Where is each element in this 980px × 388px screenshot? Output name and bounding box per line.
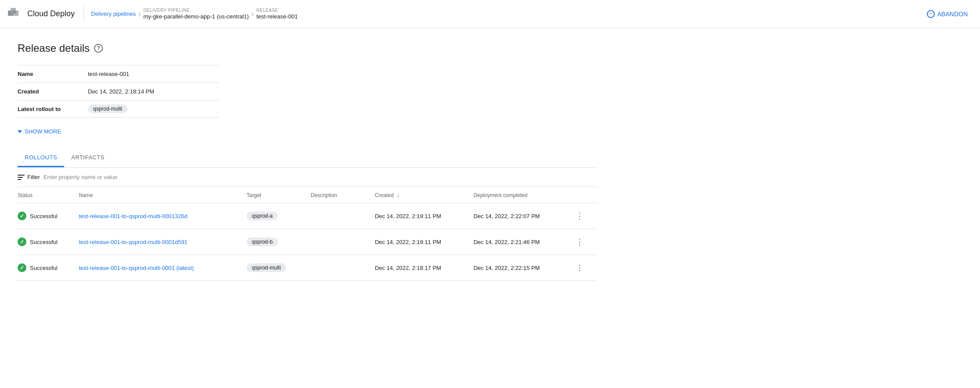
release-section-label: RELEASE bbox=[256, 8, 298, 13]
detail-created-key: Created bbox=[18, 88, 88, 95]
cell-description-2 bbox=[304, 255, 368, 281]
main-content: Release details ? Name test-release-001 … bbox=[0, 28, 615, 295]
rollout-link-2[interactable]: test-release-001-to-qsprod-multi-0001 (l… bbox=[79, 265, 194, 271]
col-header-actions bbox=[565, 187, 598, 203]
target-chip-2: qsprod-multi bbox=[247, 263, 286, 272]
svg-rect-2 bbox=[13, 11, 18, 16]
col-header-deployment-completed: Deployment completed bbox=[466, 187, 565, 203]
table-header: Status Name Target Description Created ↓… bbox=[18, 187, 598, 203]
abandon-label: ABANDON bbox=[937, 11, 968, 18]
details-table: Name test-release-001 Created Dec 14, 20… bbox=[18, 65, 220, 118]
detail-name-key: Name bbox=[18, 71, 88, 77]
rollout-link-1[interactable]: test-release-001-to-qsprod-multi-0001d59… bbox=[79, 239, 187, 245]
filter-input[interactable] bbox=[44, 174, 598, 180]
breadcrumb-sep-2: › bbox=[251, 10, 254, 18]
cell-created-1: Dec 14, 2022, 2:19:11 PM bbox=[368, 229, 466, 255]
cell-deployed-1: Dec 14, 2022, 2:21:46 PM bbox=[466, 229, 565, 255]
success-icon-2 bbox=[18, 263, 26, 272]
chevron-down-icon bbox=[18, 130, 22, 133]
more-options-button-0[interactable]: ⋮ bbox=[572, 209, 587, 223]
latest-rollout-chip: qsprod-multi bbox=[88, 104, 127, 113]
cell-name-1: test-release-001-to-qsprod-multi-0001d59… bbox=[72, 229, 240, 255]
filter-icon: Filter bbox=[18, 174, 40, 180]
brand-name: Cloud Deploy bbox=[27, 9, 75, 18]
target-chip-0: qsprod-a bbox=[247, 212, 278, 220]
cell-actions-2: ⋮ bbox=[565, 255, 598, 281]
more-options-button-2[interactable]: ⋮ bbox=[572, 261, 587, 274]
cell-deployed-2: Dec 14, 2022, 2:22:15 PM bbox=[466, 255, 565, 281]
col-header-status: Status bbox=[18, 187, 72, 203]
rollouts-table: Status Name Target Description Created ↓… bbox=[18, 187, 598, 281]
table-body: Successful test-release-001-to-qsprod-mu… bbox=[18, 203, 598, 281]
detail-latest-rollout-key: Latest rollout to bbox=[18, 106, 88, 112]
cell-description-0 bbox=[304, 203, 368, 229]
release-name: test-release-001 bbox=[256, 13, 298, 20]
cell-created-0: Dec 14, 2022, 2:19:11 PM bbox=[368, 203, 466, 229]
target-chip-1: qsprod-b bbox=[247, 237, 278, 246]
filter-line-3 bbox=[18, 179, 21, 180]
filter-line-2 bbox=[18, 177, 23, 178]
breadcrumb-sep-1: › bbox=[138, 10, 141, 18]
success-icon-1 bbox=[18, 237, 26, 246]
col-header-created[interactable]: Created ↓ bbox=[368, 187, 466, 203]
pipeline-name: my-gke-parallel-demo-app-1 (us-central1) bbox=[143, 13, 249, 20]
page-title: Release details bbox=[18, 42, 90, 54]
status-cell-0: Successful bbox=[18, 212, 65, 220]
table-row: Successful test-release-001-to-qsprod-mu… bbox=[18, 203, 598, 229]
release-section: RELEASE test-release-001 bbox=[256, 8, 298, 20]
show-more-label: SHOW MORE bbox=[25, 128, 61, 135]
status-text-1: Successful bbox=[30, 239, 58, 245]
cell-deployed-0: Dec 14, 2022, 2:22:07 PM bbox=[466, 203, 565, 229]
delivery-pipelines-link[interactable]: Delivery pipelines bbox=[91, 11, 136, 17]
cell-created-2: Dec 14, 2022, 2:18:17 PM bbox=[368, 255, 466, 281]
filter-label: Filter bbox=[27, 174, 40, 180]
show-more-button[interactable]: SHOW MORE bbox=[18, 126, 61, 137]
filter-row: Filter bbox=[18, 168, 598, 187]
col-header-target: Target bbox=[240, 187, 304, 203]
status-cell-2: Successful bbox=[18, 263, 65, 272]
cell-status-2: Successful bbox=[18, 255, 72, 281]
cell-actions-1: ⋮ bbox=[565, 229, 598, 255]
cell-name-2: test-release-001-to-qsprod-multi-0001 (l… bbox=[72, 255, 240, 281]
pipeline-section: DELIVERY PIPELINE my-gke-parallel-demo-a… bbox=[143, 8, 249, 20]
col-header-name: Name bbox=[72, 187, 240, 203]
tabs-row: ROLLOUTS ARTIFACTS bbox=[18, 149, 598, 168]
detail-name-val: test-release-001 bbox=[88, 71, 129, 77]
filter-lines-icon bbox=[18, 175, 25, 180]
cell-name-0: test-release-001-to-qsprod-multi-0001326… bbox=[72, 203, 240, 229]
cell-status-0: Successful bbox=[18, 203, 72, 229]
cell-target-2: qsprod-multi bbox=[240, 255, 304, 281]
page-title-row: Release details ? bbox=[18, 42, 598, 54]
more-options-button-1[interactable]: ⋮ bbox=[572, 235, 587, 248]
help-icon[interactable]: ? bbox=[94, 44, 103, 53]
cell-target-0: qsprod-a bbox=[240, 203, 304, 229]
detail-name-row: Name test-release-001 bbox=[18, 65, 220, 83]
brand-logo bbox=[7, 6, 23, 22]
status-text-0: Successful bbox=[30, 213, 58, 219]
brand: Cloud Deploy bbox=[7, 6, 84, 22]
cell-actions-0: ⋮ bbox=[565, 203, 598, 229]
tab-rollouts[interactable]: ROLLOUTS bbox=[18, 149, 64, 167]
top-nav: Cloud Deploy Delivery pipelines › DELIVE… bbox=[0, 0, 980, 28]
cell-status-1: Successful bbox=[18, 229, 72, 255]
status-cell-1: Successful bbox=[18, 237, 65, 246]
cell-target-1: qsprod-b bbox=[240, 229, 304, 255]
rollout-link-0[interactable]: test-release-001-to-qsprod-multi-0001326… bbox=[79, 213, 187, 219]
detail-latest-rollout-row: Latest rollout to qsprod-multi bbox=[18, 100, 220, 118]
table-row: Successful test-release-001-to-qsprod-mu… bbox=[18, 229, 598, 255]
filter-line-1 bbox=[18, 175, 25, 176]
pipeline-section-label: DELIVERY PIPELINE bbox=[143, 8, 249, 13]
col-header-description: Description bbox=[304, 187, 368, 203]
abandon-button[interactable]: ABANDON bbox=[922, 7, 973, 22]
detail-created-row: Created Dec 14, 2022, 2:18:14 PM bbox=[18, 83, 220, 100]
tab-artifacts[interactable]: ARTIFACTS bbox=[64, 149, 112, 167]
sort-arrow-icon: ↓ bbox=[397, 192, 399, 198]
table-row: Successful test-release-001-to-qsprod-mu… bbox=[18, 255, 598, 281]
detail-created-val: Dec 14, 2022, 2:18:14 PM bbox=[88, 88, 154, 95]
table-header-row: Status Name Target Description Created ↓… bbox=[18, 187, 598, 203]
abandon-icon bbox=[927, 10, 935, 18]
cell-description-1 bbox=[304, 229, 368, 255]
breadcrumb: Delivery pipelines › DELIVERY PIPELINE m… bbox=[91, 8, 922, 20]
success-icon-0 bbox=[18, 212, 26, 220]
status-text-2: Successful bbox=[30, 265, 58, 271]
